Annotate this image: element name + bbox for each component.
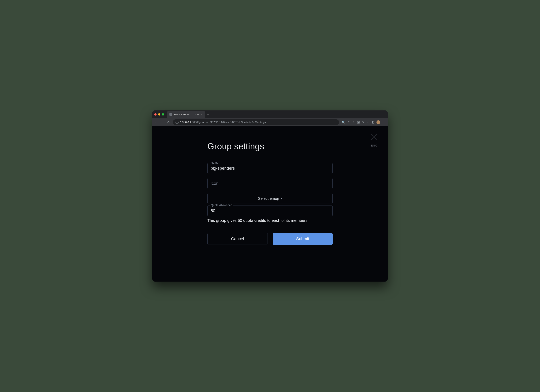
tab-close-icon[interactable]: ×	[201, 113, 203, 116]
window-icon[interactable]: ◧	[371, 121, 374, 124]
new-tab-button[interactable]: +	[205, 112, 211, 116]
close-icon	[370, 133, 379, 141]
site-info-icon[interactable]: i	[175, 121, 179, 124]
name-field: Name	[207, 163, 333, 174]
name-input[interactable]	[207, 163, 333, 174]
page-title: Group settings	[207, 141, 333, 151]
select-emoji-label: Select emoji	[258, 196, 279, 201]
close-window-icon[interactable]	[154, 113, 156, 116]
quota-input[interactable]	[207, 205, 333, 216]
tab-strip: Settings Group – Coder × + ⌄	[152, 111, 388, 118]
submit-button[interactable]: Submit	[273, 233, 333, 245]
menu-icon[interactable]: ⋮	[383, 121, 385, 124]
window-controls	[154, 113, 164, 116]
toolbar: ← → ⟳ i 127.0.0.1:8080/groups/eb3379f1-1…	[152, 118, 388, 126]
toolbar-right: 🔍 ⇪ ☆ ▣ ✎ ✦ ◧ ⋮	[342, 120, 385, 124]
cancel-label: Cancel	[231, 236, 244, 241]
bookmark-icon[interactable]: ☆	[352, 121, 355, 124]
close-dialog[interactable]: ESC	[370, 133, 379, 147]
favicon-icon	[170, 113, 172, 116]
panel-icon[interactable]: ▣	[357, 121, 360, 124]
form: Group settings Name Select emoji ▾ Quota…	[207, 141, 333, 245]
form-actions: Cancel Submit	[207, 233, 333, 245]
reload-icon[interactable]: ⟳	[167, 121, 170, 124]
cancel-button[interactable]: Cancel	[207, 233, 268, 245]
quota-helper-text: This group gives 50 quota credits to eac…	[207, 218, 333, 223]
submit-label: Submit	[296, 236, 309, 241]
esc-label: ESC	[371, 144, 378, 147]
tab-title: Settings Group – Coder	[174, 113, 200, 116]
tabs-overflow-icon[interactable]: ⌄	[381, 113, 386, 116]
page: ESC Group settings Name Select emoji ▾ Q…	[152, 126, 388, 281]
browser-tab[interactable]: Settings Group – Coder ×	[167, 111, 205, 118]
quota-label: Quota Allowance	[210, 203, 233, 207]
extensions-icon[interactable]: ✦	[367, 121, 369, 124]
maximize-window-icon[interactable]	[162, 113, 164, 116]
search-icon[interactable]: 🔍	[342, 121, 345, 124]
browser-window: Settings Group – Coder × + ⌄ ← → ⟳ i 127…	[152, 111, 388, 281]
name-label: Name	[210, 161, 220, 164]
pen-icon[interactable]: ✎	[362, 121, 365, 124]
address-bar[interactable]: i 127.0.0.1:8080/groups/eb3379f1-1162-4f…	[173, 119, 339, 125]
back-icon[interactable]: ←	[155, 121, 158, 124]
forward-icon[interactable]: →	[161, 121, 164, 124]
select-emoji-button[interactable]: Select emoji ▾	[207, 193, 333, 204]
quota-field: Quota Allowance	[207, 205, 333, 216]
url-path: :8080/groups/eb3379f1-1162-4fe8-8075-fa3…	[191, 121, 266, 124]
share-icon[interactable]: ⇪	[348, 121, 350, 124]
icon-field	[207, 178, 333, 189]
minimize-window-icon[interactable]	[158, 113, 160, 116]
profile-avatar[interactable]	[376, 120, 380, 124]
icon-input[interactable]	[207, 178, 333, 189]
chevron-down-icon: ▾	[281, 197, 282, 200]
url-host: 127.0.0.1	[180, 121, 191, 124]
